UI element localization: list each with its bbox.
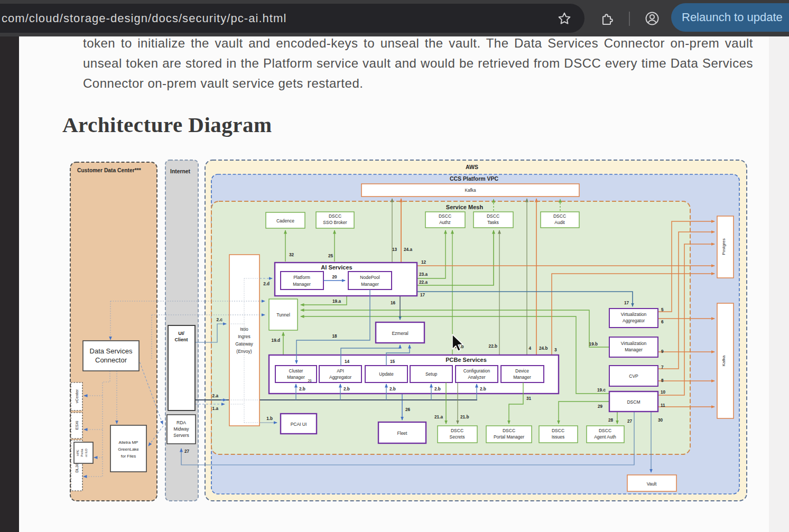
svg-text:24.a: 24.a [404,247,412,252]
svg-text:Cadence: Cadence [276,218,294,223]
svg-text:CVP: CVP [629,374,638,379]
svg-text:Aggregator: Aggregator [623,318,645,323]
svg-text:PCBe Services: PCBe Services [445,357,487,363]
svg-text:DSCC: DSCC [503,428,515,433]
svg-text:19.c: 19.c [597,388,606,393]
svg-text:Gateway: Gateway [235,341,253,347]
svg-text:HPE: HPE [76,450,79,456]
svg-text:Vault: Vault [647,481,657,487]
svg-text:19.d: 19.d [272,338,280,343]
svg-text:Manager: Manager [287,375,305,380]
svg-text:Client: Client [174,337,188,342]
svg-text:25: 25 [328,254,333,258]
svg-text:10: 10 [661,390,666,395]
svg-text:Manager: Manager [293,282,311,287]
svg-text:29: 29 [598,404,603,409]
svg-text:26: 26 [405,407,411,412]
svg-text:Customer Data Center***: Customer Data Center*** [77,167,141,173]
svg-text:for Files: for Files [121,454,136,459]
svg-text:SSO Broker: SSO Broker [323,220,347,225]
svg-text:Midway: Midway [174,426,190,432]
svg-text:Virtualization: Virtualization [621,312,647,317]
svg-text:26: 26 [308,379,312,382]
svg-text:Portal Manager: Portal Manager [494,434,524,440]
svg-text:Update: Update [379,371,394,377]
svg-text:Tasks: Tasks [487,220,499,225]
svg-text:27: 27 [184,449,190,454]
svg-text:2.d: 2.d [263,282,270,286]
svg-text:1.a: 1.a [212,406,219,411]
svg-text:19.b: 19.b [589,342,598,347]
svg-text:nt ILO: nt ILO [85,449,88,457]
svg-text:Ingres: Ingres [238,334,250,339]
svg-text:vCenter: vCenter [75,389,79,403]
svg-text:8: 8 [661,378,664,383]
svg-text:9: 9 [661,349,664,354]
svg-text:CCS Platform VPC: CCS Platform VPC [450,175,499,182]
svg-text:2.b: 2.b [344,387,350,391]
svg-text:5: 5 [661,307,664,312]
svg-text:Agent Auth: Agent Auth [594,434,616,440]
svg-text:Kafka: Kafka [721,355,726,366]
svg-text:API: API [337,368,344,374]
svg-text:Platform: Platform [293,275,310,280]
svg-text:17: 17 [420,293,425,297]
svg-text:UI/: UI/ [178,331,184,336]
svg-text:31: 31 [526,396,532,401]
svg-text:Kafka: Kafka [465,188,476,193]
svg-text:Manager: Manager [513,375,531,380]
svg-text:Internet: Internet [170,169,190,174]
svg-text:13: 13 [392,247,397,252]
svg-text:Fleet: Fleet [397,431,408,436]
svg-text:(Envoy): (Envoy) [236,349,252,354]
svg-text:12: 12 [421,260,426,265]
svg-text:Analyzer: Analyzer [468,375,485,380]
svg-text:27: 27 [627,419,633,424]
svg-text:Prolia: Prolia [80,449,83,457]
svg-text:Postgres: Postgres [721,238,726,255]
svg-text:Aggregator: Aggregator [329,375,351,380]
svg-text:AI Services: AI Services [321,264,352,270]
svg-text:Configuration: Configuration [463,368,490,374]
svg-text:22.a: 22.a [419,280,428,285]
svg-text:RDA: RDA [177,420,186,425]
svg-text:PCAI UI: PCAI UI [291,422,307,427]
svg-text:32: 32 [289,253,294,257]
svg-text:11: 11 [661,403,665,408]
svg-text:1.b: 1.b [266,416,273,421]
svg-text:28: 28 [608,418,614,423]
svg-text:6: 6 [661,320,664,324]
svg-text:16: 16 [391,301,396,305]
svg-text:Istio: Istio [240,326,248,332]
svg-text:Service Mesh: Service Mesh [446,204,484,210]
svg-text:Virtualization: Virtualization [621,341,647,346]
svg-text:Audit: Audit [554,220,565,225]
svg-text:NodePool: NodePool [360,275,379,280]
svg-text:15: 15 [390,359,395,364]
svg-text:30: 30 [658,418,663,423]
svg-text:Alletra MP: Alletra MP [119,440,138,445]
svg-text:3: 3 [554,348,557,352]
svg-text:Ezmeral: Ezmeral [392,331,408,336]
svg-text:Issues: Issues [552,434,565,440]
svg-text:DSCC: DSCC [451,428,463,433]
svg-text:2.b: 2.b [434,387,441,391]
svg-text:19.a: 19.a [332,299,341,304]
svg-text:GreenLake: GreenLake [118,447,139,452]
svg-text:2.a: 2.a [212,394,219,398]
svg-text:AWS: AWS [466,164,478,170]
svg-text:DSCC: DSCC [553,213,566,219]
svg-text:Tunnel: Tunnel [276,312,290,318]
svg-text:21.a: 21.a [434,415,443,419]
svg-text:17: 17 [624,301,629,305]
svg-text:Manager: Manager [361,282,379,287]
svg-text:2.b: 2.b [299,387,305,391]
svg-text:DSCM: DSCM [627,399,640,405]
svg-text:Secrets: Secrets [450,434,465,440]
svg-text:DSCC: DSCC [439,213,451,219]
svg-text:21.b: 21.b [460,415,469,419]
svg-text:4: 4 [528,346,531,351]
svg-text:DSCC: DSCC [552,428,564,433]
svg-text:DSCC: DSCC [487,213,499,219]
svg-text:Servers: Servers [173,433,189,438]
